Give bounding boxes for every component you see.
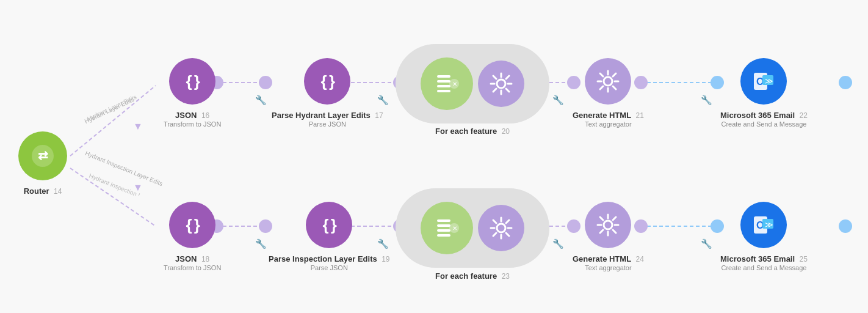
email-top-label: Microsoft 365 Email 22 [720,109,808,120]
svg-line-80 [600,217,603,220]
outlook-icon-top: O ≫ [750,68,777,95]
svg-line-81 [613,230,616,233]
svg-line-55 [600,86,603,89]
svg-text:✕: ✕ [452,81,457,87]
svg-rect-60 [437,219,450,222]
email-bot-node: O ≫ Microsoft 365 Email 25 Create and Se… [720,202,808,271]
parse-top-sublabel: Parse JSON [309,120,346,128]
router-circle: ⇄ [18,131,67,180]
outlook-icon-bot: O ≫ [750,212,777,238]
foreach-top-inner: ✕ [421,57,473,110]
svg-rect-62 [437,229,450,232]
svg-line-54 [613,73,616,76]
svg-text:≫: ≫ [765,76,773,86]
svg-rect-33 [437,80,450,83]
genhtml-top-node: Generate HTML 21 Text aggregator [573,58,644,128]
json-bot-circle: { } [169,202,215,248]
wrench-top-4: 🔧 [701,95,712,106]
parse-top-circle: { } [304,58,350,105]
json-top-label: JSON 16 [175,109,209,120]
router-node: ⇄ Router 14 [18,131,67,196]
email-bot-label: Microsoft 365 Email 25 [720,253,808,264]
wrench-bot-2: 🔧 [377,238,389,249]
svg-rect-61 [437,224,450,227]
json-top-node: { } JSON 16 Transform to JSON [164,58,221,128]
email-bot-sublabel: Create and Send a Message [721,264,806,271]
svg-line-53 [613,86,616,89]
svg-rect-63 [437,234,450,237]
gear-icon-genhtml-top [595,68,621,94]
email-bot-circle: O ≫ [740,202,787,248]
gear-icon-bot [488,215,514,241]
filter-icon-bottom: ▼ [133,182,143,193]
genhtml-top-label: Generate HTML 21 [573,109,644,120]
svg-line-72 [506,233,509,236]
svg-point-75 [604,221,612,229]
filter-icon-top: ▼ [133,121,143,132]
json-top-circle: { } [169,58,215,105]
svg-line-46 [493,89,496,92]
svg-rect-35 [437,90,450,92]
foreach-top-genhtml [478,61,524,107]
svg-line-71 [493,220,496,223]
svg-point-18 [839,76,852,89]
genhtml-bot-node: Generate HTML 24 Text aggregator [573,202,644,271]
foreach-bot-inner: ✕ [421,202,473,254]
wrench-bot-3: 🔧 [552,238,564,249]
svg-line-83 [600,230,603,233]
svg-rect-32 [437,75,450,78]
router-icon: ⇄ [29,142,56,169]
svg-point-27 [839,219,852,233]
parse-bot-circle: { } [306,202,352,248]
json-bot-sublabel: Transform to JSON [164,264,221,271]
parse-bot-sublabel: Parse JSON [311,264,348,271]
wrench-bot-1: 🔧 [255,238,267,249]
email-top-node: O ≫ Microsoft 365 Email 22 Create and Se… [720,58,808,128]
genhtml-top-circle [585,58,631,105]
svg-text:⇄: ⇄ [38,149,48,162]
wrench-top-3: 🔧 [552,95,564,106]
wrench-bot-4: 🔧 [701,238,712,249]
parse-top-label: Parse Hydrant Layer Edits 17 [272,109,383,120]
svg-line-74 [493,233,496,236]
foreach-top-label-row: For each feature 20 [396,125,549,136]
svg-point-47 [604,77,612,86]
foreach-bot-label-row: For each feature 23 [396,270,549,281]
foreach-bot-box: ✕ [396,188,549,268]
genhtml-bot-label: Generate HTML 24 [573,253,644,264]
wrench-top-1: 🔧 [255,95,267,106]
svg-line-73 [506,220,509,223]
gear-icon-genhtml-bot [595,212,621,238]
list-icon-bot: ✕ [432,213,461,243]
list-icon-top: ✕ [432,69,461,98]
svg-point-38 [497,79,505,88]
svg-text:✕: ✕ [452,225,457,232]
diagonal-label-bottom: Hydrant Inspection Layer Edits [84,150,164,187]
json-bot-label: JSON 18 [175,253,209,264]
email-top-circle: O ≫ [740,58,787,105]
svg-text:≫: ≫ [765,220,773,229]
svg-point-66 [497,224,505,232]
genhtml-bot-sublabel: Text aggregator [585,264,631,271]
router-label: Router 14 [24,185,62,196]
parse-top-node: { } Parse Hydrant Layer Edits 17 Parse J… [272,58,383,128]
email-top-sublabel: Create and Send a Message [721,120,806,128]
json-bot-node: { } JSON 18 Transform to JSON [164,202,221,271]
genhtml-bot-circle [585,202,631,248]
svg-rect-34 [437,85,450,87]
json-top-sublabel: Transform to JSON [164,120,221,128]
foreach-bot-genhtml [478,205,524,251]
diagonal-label-top: Hydrant Layer Edits [84,96,135,125]
foreach-top-box: ✕ [396,44,549,123]
parse-bot-node: { } Parse Inspection Layer Edits 19 Pars… [269,202,390,271]
workflow-canvas: Hydrant Layer Edits Hydrant Inspection L… [0,0,868,313]
genhtml-top-sublabel: Text aggregator [585,120,631,128]
svg-line-45 [506,76,509,79]
svg-point-11 [259,76,272,89]
svg-line-52 [600,73,603,76]
svg-line-0 [70,86,156,156]
svg-line-82 [613,217,616,220]
svg-line-44 [506,89,509,92]
wrench-top-2: 🔧 [377,95,389,106]
gear-icon-top [488,71,514,97]
